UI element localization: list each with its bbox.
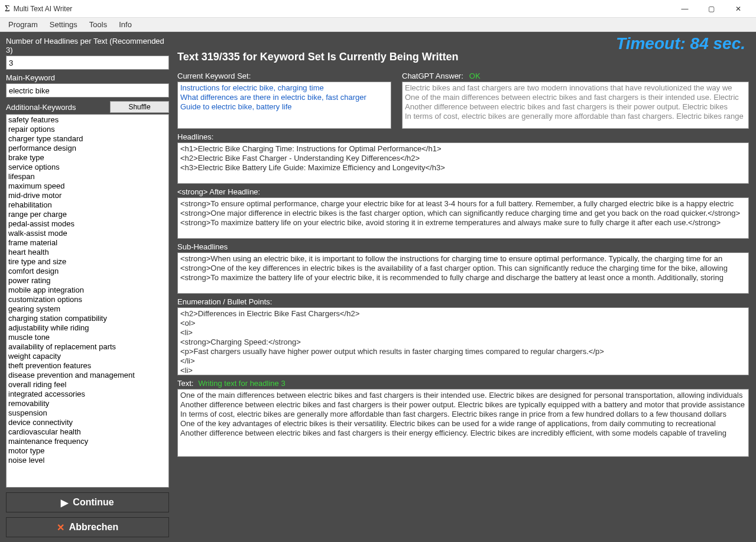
text-status: Writing text for headline 3 — [198, 379, 285, 388]
list-item[interactable]: mobile app integration — [8, 285, 167, 295]
list-item[interactable]: pedal-assist modes — [8, 219, 167, 229]
strong-after-headline-label: <strong> After Headline: — [177, 187, 749, 196]
list-item[interactable]: customization options — [8, 295, 167, 304]
list-item[interactable]: rehabilitation — [8, 200, 167, 210]
list-item[interactable]: safety features — [8, 115, 167, 125]
left-panel: Number of Headlines per Text (Recommende… — [0, 32, 174, 542]
titlebar: Σ Multi Text AI Writer — ▢ ✕ — [0, 0, 756, 18]
maximize-button[interactable]: ▢ — [698, 0, 725, 17]
menu-program[interactable]: Program — [2, 18, 44, 31]
current-keyword-set-box[interactable]: Instructions for electric bike, charging… — [177, 82, 391, 129]
list-item[interactable]: device connectivity — [8, 418, 167, 427]
list-item[interactable]: theft prevention features — [8, 361, 167, 371]
list-item[interactable]: maximum speed — [8, 181, 167, 191]
play-icon: ▶ — [61, 497, 68, 508]
menubar: Program Settings Tools Info — [0, 18, 756, 32]
list-item[interactable]: motor type — [8, 446, 167, 456]
headlines-count-input[interactable] — [6, 56, 169, 70]
list-item[interactable]: power rating — [8, 276, 167, 285]
list-item[interactable]: removability — [8, 399, 167, 408]
list-item[interactable]: gearing system — [8, 304, 167, 314]
list-item[interactable]: tire type and size — [8, 257, 167, 267]
list-item[interactable]: suspension — [8, 408, 167, 418]
list-item[interactable]: integrated accessories — [8, 390, 167, 399]
sub-headlines-box[interactable]: <strong>When using an electric bike, it … — [177, 252, 749, 294]
list-item[interactable]: charging station compatibility — [8, 314, 167, 323]
list-item[interactable]: frame material — [8, 238, 167, 248]
continue-button[interactable]: ▶Continue — [6, 492, 169, 512]
strong-after-headline-box[interactable]: <strong>To ensure optimal performance, c… — [177, 197, 749, 239]
list-item[interactable]: adjustability while riding — [8, 323, 167, 333]
close-button[interactable]: ✕ — [725, 0, 751, 17]
headlines-label: Headlines: — [177, 132, 749, 141]
window-title: Multi Text AI Writer — [14, 5, 671, 13]
list-item[interactable]: comfort design — [8, 267, 167, 276]
list-item[interactable]: muscle tone — [8, 333, 167, 342]
current-keyword-set-label: Current Keyword Set: — [177, 72, 391, 80]
headlines-box[interactable]: <h1>Electric Bike Charging Time: Instruc… — [177, 142, 749, 184]
app-icon: Σ — [5, 4, 10, 14]
enumeration-label: Enumeration / Bullet Points: — [177, 297, 749, 306]
menu-info[interactable]: Info — [113, 18, 138, 31]
list-item[interactable]: performance design — [8, 144, 167, 153]
list-item[interactable]: disease prevention and management — [8, 371, 167, 380]
list-item[interactable]: heart health — [8, 248, 167, 257]
answer-status: OK — [469, 72, 481, 80]
shuffle-button[interactable]: Shuffle — [110, 101, 169, 113]
menu-tools[interactable]: Tools — [83, 18, 113, 31]
list-item[interactable]: noise level — [8, 456, 167, 465]
list-item[interactable]: availability of replacement parts — [8, 342, 167, 352]
list-item[interactable]: overall riding feel — [8, 380, 167, 390]
text-label: Text:Writing text for headline 3 — [177, 379, 749, 388]
text-box[interactable]: One of the main differences between elec… — [177, 389, 749, 457]
list-item[interactable]: brake type — [8, 153, 167, 163]
cancel-icon: ✕ — [57, 522, 64, 533]
list-item[interactable]: cardiovascular health — [8, 427, 167, 437]
list-item[interactable]: walk-assist mode — [8, 229, 167, 238]
list-item[interactable]: weight capacity — [8, 352, 167, 361]
additional-keywords-label: Additional-Keywords — [6, 103, 76, 112]
sub-headlines-label: Sub-Headlines — [177, 242, 749, 251]
right-panel: Text 319/335 for Keyword Set Is Currentl… — [174, 32, 756, 542]
main-keyword-label: Main-Keyword — [6, 73, 169, 82]
chatgpt-answer-label: ChatGPT Answer:OK — [402, 72, 749, 80]
list-item[interactable]: service options — [8, 163, 167, 172]
menu-settings[interactable]: Settings — [44, 18, 83, 31]
chatgpt-answer-box[interactable]: Electric bikes and fast chargers are two… — [402, 82, 749, 129]
list-item[interactable]: charger type standard — [8, 134, 167, 144]
enumeration-box[interactable]: <h2>Differences in Electric Bike Fast Ch… — [177, 307, 749, 375]
list-item[interactable]: lifespan — [8, 172, 167, 181]
list-item[interactable]: repair options — [8, 125, 167, 134]
abort-button[interactable]: ✕Abbrechen — [6, 517, 169, 537]
keywords-listbox[interactable]: safety featuresrepair optionscharger typ… — [6, 114, 169, 488]
minimize-button[interactable]: — — [671, 0, 698, 17]
headlines-count-label: Number of Headlines per Text (Recommende… — [6, 37, 169, 54]
list-item[interactable]: maintenance frequency — [8, 437, 167, 446]
list-item[interactable]: mid-drive motor — [8, 191, 167, 200]
timeout-display: Timeout: 84 sec. — [616, 34, 745, 53]
list-item[interactable]: range per charge — [8, 210, 167, 219]
main-keyword-input[interactable] — [6, 83, 169, 98]
